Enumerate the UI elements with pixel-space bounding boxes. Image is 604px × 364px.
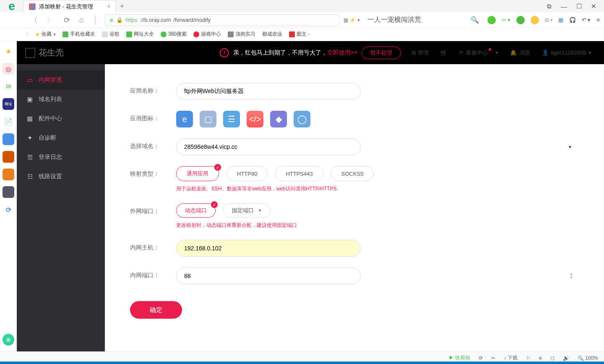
app-icon-device[interactable]: ▢ — [200, 111, 216, 127]
ext-icon-headset[interactable]: 🎧 — [569, 17, 576, 23]
ext-port-dynamic[interactable]: 动态端口✓ — [176, 203, 216, 218]
site-identity-icon: ◉ — [109, 17, 114, 23]
rail-mail-icon[interactable]: ✉ — [3, 81, 14, 92]
search-hint[interactable]: 一人一宠横闯洪荒 — [364, 16, 466, 24]
sidebar-item-domains[interactable]: ▣域名列表 — [17, 90, 105, 109]
maximize-icon[interactable]: ☐ — [576, 3, 582, 10]
app-icon-doc[interactable]: ☰ — [223, 111, 240, 127]
port-input[interactable] — [176, 268, 361, 284]
status-download[interactable]: ↓ 下载 — [504, 354, 518, 361]
bookmark-item-2[interactable]: 网址大全 — [126, 31, 154, 38]
ext-icon-3[interactable] — [531, 16, 539, 24]
url-scheme: https — [125, 17, 137, 23]
rail-app-3[interactable] — [3, 151, 14, 163]
host-input[interactable] — [176, 240, 361, 257]
status-sound-icon[interactable]: 🔊 — [563, 355, 569, 361]
domain-select[interactable] — [176, 138, 361, 155]
home-icon[interactable]: ⌂ — [77, 16, 86, 24]
rail-star-icon[interactable]: ★ — [3, 45, 14, 57]
minimize-icon[interactable]: — — [561, 3, 567, 10]
app-icon-code[interactable]: </> — [247, 111, 263, 127]
status-window-icon[interactable]: ◻ — [550, 355, 555, 361]
status-scissors-icon[interactable]: ✂ — [491, 355, 495, 361]
sidebar-item-parts[interactable]: ▦配件中心 — [17, 109, 105, 128]
search-icon[interactable]: 🔍 — [471, 16, 479, 24]
extensions-icon[interactable]: ⧉ — [547, 3, 552, 10]
brand-cube-icon — [25, 48, 35, 58]
bookmark-item-1[interactable]: 谷歌 — [102, 31, 120, 38]
address-bar[interactable]: ◉ 🔒 https ://b.oray.com /forward/modify — [104, 14, 339, 26]
translate-icon[interactable]: ▦ ⚡ ▾ — [344, 17, 360, 23]
ext-icon-grid[interactable]: ▦ — [558, 17, 563, 23]
close-tab-icon[interactable]: × — [107, 3, 110, 10]
ext-port-fixed[interactable]: 固定端口 — [223, 203, 271, 218]
chevron-down-icon: ▼ — [568, 145, 572, 149]
banner-alert-icon: ! — [220, 48, 229, 57]
sidebar-item-log[interactable]: ☰登录日志 — [17, 148, 105, 167]
nav-back-icon[interactable]: 〈 — [28, 15, 40, 25]
active-tab[interactable]: 添加映射 - 花生壳管理 × — [23, 0, 116, 13]
app-icon-cloud[interactable]: ◆ — [270, 111, 287, 127]
ext-icon-undo[interactable]: ↶ ▾ — [582, 17, 591, 23]
sidebar-item-label: 自诊断 — [39, 134, 56, 142]
bookmark-item-4[interactable]: 游戏中心 — [193, 31, 221, 38]
new-tab-button[interactable]: + — [116, 0, 128, 13]
port-label: 内网端口： — [130, 268, 176, 279]
rail-app-2[interactable] — [3, 133, 14, 145]
bookmark-item-6[interactable]: 都成农业 — [262, 31, 282, 38]
rail-app-1[interactable]: 网址 — [3, 98, 14, 110]
status-clip[interactable]: ▶ 快剪辑 — [449, 354, 470, 361]
host-label: 内网主机： — [130, 240, 176, 252]
diagnose-icon: ✦ — [26, 134, 34, 142]
map-type-socks5[interactable]: SOCKS5 — [331, 166, 374, 181]
hdr-support[interactable]: ⟳ 客服中心 ▾ — [459, 49, 498, 57]
browser-side-rail: ★ ◎ ✉ 网址 📄 ⟳ — [0, 41, 17, 351]
sidebar-item-route[interactable]: ☷线路设置 — [17, 167, 105, 186]
ext-icon-bookmark[interactable]: ⧉ ▾ — [545, 17, 552, 23]
status-zoom[interactable]: 🔍 100% — [578, 355, 598, 361]
sidebar-item-label: 配件中心 — [39, 115, 62, 122]
sidebar-item-diagnose[interactable]: ✦自诊断 — [17, 128, 105, 148]
hdr-mgmt[interactable]: ⊞ 管理 — [411, 49, 429, 57]
sidebar-item-penetration[interactable]: ▭内网穿透 — [17, 70, 105, 90]
submit-button[interactable]: 确定 — [130, 301, 182, 319]
close-window-icon[interactable]: ✕ — [591, 3, 596, 10]
map-type-http[interactable]: HTTP80 — [226, 166, 268, 181]
menu-icon[interactable]: ≡ — [596, 17, 600, 23]
status-e-icon[interactable]: e — [539, 355, 542, 361]
banner-link[interactable]: 立即使用>> — [327, 49, 357, 56]
bookmarks-star[interactable]: ★收藏▾ — [35, 31, 56, 38]
rail-app-4[interactable] — [3, 169, 14, 180]
app-icon-cam[interactable]: ◯ — [294, 111, 310, 127]
status-sync-icon[interactable]: ⟳ — [479, 355, 483, 361]
bookmarks-prev[interactable]: 〈 — [23, 31, 29, 38]
hdr-notice[interactable]: 🔔 消息 — [510, 49, 530, 57]
banner-dismiss-button[interactable]: 暂不处理 — [362, 47, 401, 59]
ext-icon-scissors[interactable]: ✂ ▾ — [502, 17, 511, 23]
rail-app-6[interactable]: ⟳ — [3, 204, 14, 216]
bookmark-item-5[interactable]: 顶岗实习 — [228, 31, 255, 38]
ext-icon-1[interactable] — [487, 16, 496, 24]
map-type-https[interactable]: HTTPS443 — [275, 166, 323, 181]
bookmark-item-0[interactable]: 手机收藏夹 — [62, 31, 95, 38]
sidebar-item-label: 登录日志 — [39, 153, 62, 161]
ext-icon-2[interactable] — [516, 16, 525, 24]
port-stepper[interactable]: ▲▼ — [570, 273, 573, 279]
app-icon-ie[interactable]: e — [176, 111, 193, 127]
bookmark-item-3[interactable]: 360搜索 — [161, 31, 187, 38]
status-flag-icon[interactable]: ⚐ — [526, 355, 531, 361]
map-type-hint: 用于远程桌面、SSH、数据库等非web应用，web访问需用HTTP/HTTPS — [176, 185, 579, 192]
rail-doc-icon[interactable]: 📄 — [3, 116, 14, 127]
reload-icon[interactable]: ⟳ — [61, 16, 73, 25]
hdr-user[interactable]: 👤 tiger11292008 ▾ — [542, 49, 591, 56]
hdr-cart[interactable]: 🛒 — [440, 49, 447, 56]
rail-bottom-app[interactable]: ⊕ — [3, 334, 14, 346]
lock-icon: 🔒 — [116, 17, 123, 23]
browser-logo: e — [0, 0, 23, 13]
bookmark-item-7[interactable]: 图文 - — [289, 31, 310, 38]
rail-app-5[interactable] — [3, 186, 14, 198]
rail-weibo-icon[interactable]: ◎ — [3, 63, 14, 75]
url-host: ://b.oray.com — [140, 17, 171, 23]
map-type-general[interactable]: 通用应用✓ — [176, 166, 219, 181]
app-name-input[interactable] — [176, 83, 361, 100]
